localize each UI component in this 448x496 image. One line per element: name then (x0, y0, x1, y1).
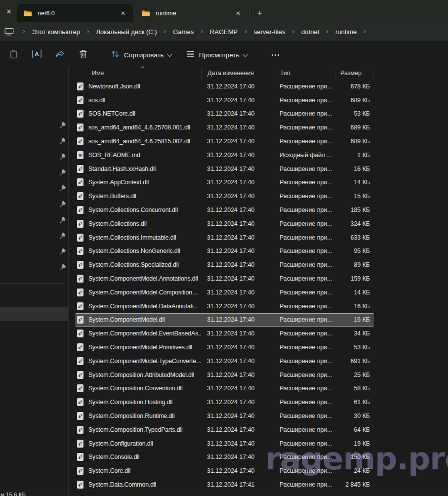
tab-label: runtime (156, 10, 233, 17)
breadcrumb-item[interactable]: dotnet (298, 27, 322, 37)
file-name: System.ComponentModel.dll (88, 316, 165, 323)
folder-icon (23, 10, 32, 17)
column-header-type[interactable]: Тип (275, 67, 335, 80)
file-row[interactable]: System.Composition.Convention.dll 31.12.… (76, 382, 373, 396)
dll-file-icon (77, 384, 83, 392)
close-icon[interactable]: ✕ (118, 8, 128, 18)
breadcrumb-item[interactable]: RAGEMP (207, 27, 241, 37)
file-row[interactable]: Newtonsoft.Json.dll 31.12.2024 17:40 Рас… (76, 80, 373, 93)
new-tab-button[interactable]: + (252, 6, 267, 21)
file-row[interactable]: System.ComponentModel.EventBasedAs... 31… (76, 327, 373, 340)
pin-icon[interactable] (59, 232, 66, 239)
view-label: Просмотреть (199, 51, 240, 59)
address-bar: › Этот компьютер›Локальный диск (C:)›Gam… (0, 22, 448, 41)
file-name-cell: System.Configuration.dll (76, 440, 201, 448)
file-row[interactable]: System.Collections.dll 31.12.2024 17:40 … (76, 217, 373, 231)
file-name: System.Console.dll (88, 454, 139, 460)
file-name: System.Composition.Convention.dll (88, 385, 183, 392)
view-button[interactable]: Просмотреть (181, 47, 252, 64)
file-row[interactable]: System.Collections.Immutable.dll 31.12.2… (76, 231, 373, 245)
file-row[interactable]: System.Data.Common.dll 31.12.2024 17:41 … (76, 478, 373, 492)
share-button[interactable] (50, 47, 69, 64)
file-row[interactable]: System.ComponentModel.TypeConverte... 31… (76, 354, 373, 368)
paste-button[interactable] (4, 47, 23, 64)
file-name-cell: System.Composition.TypedParts.dll (76, 426, 201, 434)
file-row[interactable]: System.Composition.AttributedModel.dll 3… (76, 368, 373, 382)
file-date-modified: 31.12.2024 17:41 (201, 481, 275, 488)
file-row[interactable]: System.ComponentModel.Composition.... 31… (76, 286, 373, 299)
column-header-name[interactable]: Имя (76, 70, 201, 77)
file-date-modified: 31.12.2024 17:40 (201, 385, 275, 392)
file-date-modified: 31.12.2024 17:40 (201, 399, 275, 406)
dll-file-icon (77, 371, 83, 379)
pin-icon[interactable] (59, 248, 66, 255)
file-row[interactable]: System.Composition.Runtime.dll 31.12.202… (76, 409, 373, 423)
column-header-date-modified[interactable]: Дата изменения (201, 67, 275, 80)
file-row[interactable]: sos.dll 31.12.2024 17:40 Расширение при.… (76, 93, 373, 107)
trash-icon (79, 49, 87, 61)
pin-icon[interactable] (59, 122, 66, 128)
pin-icon[interactable] (59, 169, 66, 176)
file-type: Расширение при... (275, 330, 335, 337)
rename-button[interactable] (27, 47, 46, 64)
sidebar-selected-item[interactable] (0, 307, 68, 321)
file-row[interactable]: System.ComponentModel.dll 31.12.2024 17:… (76, 313, 373, 327)
column-headers: ^ Имя Дата изменения Тип Размер (76, 67, 448, 80)
file-name: System.Configuration.dll (88, 440, 153, 447)
tab-runtime[interactable]: runtime ✕ (135, 4, 248, 22)
pin-icon[interactable] (59, 185, 66, 192)
breadcrumb: Этот компьютер›Локальный диск (C:)›Games… (29, 27, 370, 37)
breadcrumb-item[interactable]: Этот компьютер (29, 27, 83, 37)
file-row[interactable]: System.ComponentModel.DataAnnotati... 31… (76, 299, 373, 313)
column-header-size[interactable]: Размер (335, 67, 373, 80)
dll-file-icon (77, 453, 83, 461)
file-row[interactable]: sos_amd64_amd64_4.6.25815.002.dll 31.12.… (76, 134, 373, 148)
file-name: System.ComponentModel.Composition.... (88, 289, 199, 296)
file-row[interactable]: System.Buffers.dll 31.12.2024 17:40 Расш… (76, 189, 373, 203)
file-row[interactable]: System.Collections.NonGeneric.dll 31.12.… (76, 245, 373, 258)
file-row[interactable]: System.Collections.Concurrent.dll 31.12.… (76, 203, 373, 217)
file-name-cell: System.ComponentModel.Composition.... (76, 289, 201, 296)
file-row[interactable]: System.ComponentModel.Primitives.dll 31.… (76, 340, 373, 354)
close-icon[interactable]: ✕ (3, 5, 15, 17)
md-file-icon (77, 151, 83, 159)
file-row[interactable]: Standart.Hash.xxHash.dll 31.12.2024 17:4… (76, 162, 373, 176)
close-icon[interactable]: ✕ (233, 8, 243, 18)
breadcrumb-item[interactable]: server-files (251, 27, 288, 37)
dll-file-icon (77, 192, 83, 200)
file-size: 689 КБ (335, 97, 373, 104)
file-date-modified: 31.12.2024 17:40 (201, 165, 275, 172)
tab-net6.0[interactable]: net6.0 ✕ (17, 4, 133, 22)
file-type: Расширение при... (275, 110, 335, 117)
pin-icon[interactable] (59, 264, 66, 271)
file-row[interactable]: System.Configuration.dll 31.12.2024 17:4… (76, 437, 373, 451)
pin-icon[interactable] (59, 216, 66, 223)
file-row[interactable]: System.AppContext.dll 31.12.2024 17:40 Р… (76, 176, 373, 190)
breadcrumb-item[interactable]: Локальный диск (C:) (93, 27, 160, 37)
pin-icon[interactable] (59, 153, 66, 160)
file-row[interactable]: System.Collections.Specialized.dll 31.12… (76, 258, 373, 272)
more-options-button[interactable] (266, 47, 285, 64)
pin-icon[interactable] (59, 137, 66, 144)
file-row[interactable]: System.Composition.TypedParts.dll 31.12.… (76, 423, 373, 437)
file-row[interactable]: SOS_README.md 31.12.2024 17:40 Исходный … (76, 148, 373, 162)
sort-button[interactable]: Сортировать (106, 47, 176, 64)
file-row[interactable]: System.Core.dll 31.12.2024 17:40 Расшире… (76, 464, 373, 478)
breadcrumb-item[interactable]: Games (170, 27, 197, 37)
file-row[interactable]: System.Console.dll 31.12.2024 17:40 Расш… (76, 451, 373, 464)
file-date-modified: 31.12.2024 17:40 (201, 440, 275, 447)
dll-file-icon (77, 124, 83, 131)
delete-button[interactable] (74, 47, 92, 64)
file-size: 633 КБ (335, 234, 373, 241)
pin-icon[interactable] (59, 201, 66, 207)
file-row[interactable]: sos_amd64_amd64_4.6.25708.001.dll 31.12.… (76, 121, 373, 134)
file-name-cell: System.Console.dll (76, 453, 201, 461)
file-row[interactable]: SOS.NETCore.dll 31.12.2024 17:40 Расшире… (76, 107, 373, 121)
breadcrumb-item[interactable]: runtime (332, 27, 360, 37)
file-row[interactable]: System.Composition.Hosting.dll 31.12.202… (76, 395, 373, 409)
file-name: sos.dll (88, 97, 105, 104)
dll-file-icon (77, 206, 83, 214)
dll-file-icon (77, 302, 83, 310)
tab-separator (134, 9, 134, 17)
file-row[interactable]: System.ComponentModel.Annotations.dll 31… (76, 272, 373, 286)
